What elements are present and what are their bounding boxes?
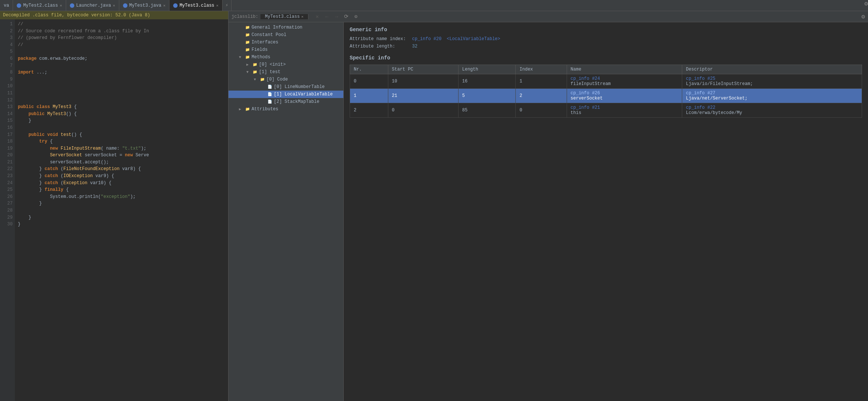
cell-nr: 0 xyxy=(350,74,388,89)
col-nr: Nr. xyxy=(350,65,388,74)
tree-item-lnt[interactable]: 📄 [0] LineNumberTable xyxy=(229,83,343,91)
tab-va-label: va xyxy=(4,3,9,8)
tree-arrow: ▼ xyxy=(246,70,251,74)
cell-start-pc: 21 xyxy=(388,89,458,103)
name-plain: this xyxy=(571,110,678,115)
tree-item-attributes[interactable]: ▶ 📁 Attributes xyxy=(229,105,343,113)
nav-refresh-button[interactable]: ⟳ xyxy=(343,13,350,20)
tree-item-label: [0] <init> xyxy=(259,62,286,67)
tab-launcher-label: Launcher.java xyxy=(76,3,111,8)
cell-length: 16 xyxy=(458,74,516,89)
tab-mytest2-close[interactable]: ✕ xyxy=(60,3,62,8)
tree-item-methods-test[interactable]: ▼ 📁 [1] test xyxy=(229,68,343,76)
main-area: Decompiled .class file, bytecode version… xyxy=(0,11,868,401)
folder-icon: 📁 xyxy=(245,107,250,112)
settings-icon[interactable]: ⚙ xyxy=(864,0,868,11)
col-length: Length xyxy=(458,65,516,74)
tab-mytest3-class-label: MyTest3.class xyxy=(179,3,214,8)
tab-mytest3-java-label: MyTest3.java xyxy=(129,3,161,8)
folder-icon: 📁 xyxy=(245,40,250,45)
decompile-banner: Decompiled .class file, bytecode version… xyxy=(0,11,228,19)
tab-mytest3-class[interactable]: MyTest3.class ✕ xyxy=(169,0,223,11)
tree-item-label: [0] Code xyxy=(266,77,288,82)
nav-home-button[interactable]: ⊙ xyxy=(352,13,360,20)
tree-arrow: ▶ xyxy=(239,107,243,111)
cell-index: 0 xyxy=(516,103,567,118)
tree-item-label: Interfaces xyxy=(252,40,278,45)
line-numbers: 12345 678910 1112131415 1617181920 21222… xyxy=(0,19,15,401)
cell-name: cp_info #26 serverSocket xyxy=(567,89,682,103)
tree-item-general[interactable]: 📁 General Information xyxy=(229,24,343,31)
cell-name: cp_info #24 fileInputStream xyxy=(567,74,682,89)
tree-item-smt[interactable]: 📄 [2] StackMapTable xyxy=(229,98,343,105)
attr-name-row: Attribute name index: cp_info #20 <Local… xyxy=(350,36,862,42)
tree-item-label: General Information xyxy=(252,25,302,30)
detail-panel: Generic info Attribute name index: cp_in… xyxy=(344,22,868,401)
code-pane: Decompiled .class file, bytecode version… xyxy=(0,11,229,401)
tab-group-icon: ⚡ xyxy=(223,0,231,11)
name-link[interactable]: cp_info #24 xyxy=(571,76,600,81)
tree-panel[interactable]: 📁 General Information 📁 Constant Pool 📁 … xyxy=(229,22,344,401)
tab-mytest2[interactable]: MyTest2.class ✕ xyxy=(13,0,66,11)
tree-item-label: Methods xyxy=(252,55,270,60)
folder-icon: 📁 xyxy=(252,62,258,67)
folder-icon: 📁 xyxy=(245,55,250,60)
tree-item-methods-init[interactable]: ▶ 📁 [0] <init> xyxy=(229,61,343,68)
col-name: Name xyxy=(567,65,682,74)
code-content[interactable]: 12345 678910 1112131415 1617181920 21222… xyxy=(0,19,228,401)
nav-prev-button[interactable]: ← xyxy=(323,13,331,20)
tree-item-lvt[interactable]: 📄 [1] LocalVariableTable xyxy=(229,91,343,98)
tab-launcher[interactable]: Launcher.java ✕ xyxy=(66,0,119,11)
attr-length-value: 32 xyxy=(412,44,417,49)
name-link[interactable]: cp_info #26 xyxy=(571,91,600,96)
folder-icon: 📁 xyxy=(245,25,250,30)
file-icon: 📄 xyxy=(267,92,272,97)
tab-launcher-close[interactable]: ✕ xyxy=(113,3,115,8)
table-row[interactable]: 0 10 16 1 cp_info #24 fileInputStream cp… xyxy=(350,74,862,89)
tab-mytest3-java[interactable]: MyTest3.java ✕ xyxy=(119,0,169,11)
nav-next-button[interactable]: → xyxy=(333,13,340,20)
cell-descriptor: cp_info #22 Lcom/erwa/bytecode/My xyxy=(682,103,862,118)
tree-item-label: [2] StackMapTable xyxy=(274,99,319,104)
jclasslib-title: jclasslib: xyxy=(231,14,258,19)
desc-link[interactable]: cp_info #22 xyxy=(686,105,715,110)
folder-icon: 📁 xyxy=(252,69,258,75)
cell-descriptor: cp_info #25 Ljava/io/FileInputStream; xyxy=(682,74,862,89)
desc-link[interactable]: cp_info #25 xyxy=(686,76,715,81)
attr-name-link[interactable]: cp_info #20 xyxy=(412,36,441,42)
local-var-table: Nr. Start PC Length Index Name Descripto… xyxy=(350,65,862,118)
tree-item-fields[interactable]: 📁 Fields xyxy=(229,46,343,53)
name-link[interactable]: cp_info #21 xyxy=(571,105,600,110)
tab-mytest3-java-close[interactable]: ✕ xyxy=(163,3,165,8)
col-descriptor: Descriptor xyxy=(682,65,862,74)
folder-icon: 📁 xyxy=(260,77,265,82)
tab-va[interactable]: va xyxy=(0,0,13,11)
tree-item-methods[interactable]: ▼ 📁 Methods xyxy=(229,53,343,61)
tab-mytest3-class-close[interactable]: ✕ xyxy=(216,3,218,8)
jclasslib-settings-icon[interactable]: ⚙ xyxy=(861,13,865,20)
tree-item-methods-test-code[interactable]: ▼ 📁 [0] Code xyxy=(229,76,343,83)
cell-index: 2 xyxy=(516,89,567,103)
table-row[interactable]: 2 0 85 0 cp_info #21 this cp_info #22 Lc… xyxy=(350,103,862,118)
tree-item-constant-pool[interactable]: 📁 Constant Pool xyxy=(229,31,343,39)
desc-link[interactable]: cp_info #27 xyxy=(686,91,715,96)
desc-plain: Ljava/io/FileInputStream; xyxy=(686,81,858,87)
folder-icon: 📁 xyxy=(245,32,250,38)
tab-launcher-icon xyxy=(70,3,74,8)
nav-back-button[interactable]: ✕ xyxy=(314,13,321,20)
generic-info-title: Generic info xyxy=(350,27,862,33)
desc-plain: Ljava/net/ServerSocket; xyxy=(686,96,858,101)
table-row[interactable]: 1 21 5 2 cp_info #26 serverSocket cp_inf… xyxy=(350,89,862,103)
cell-descriptor: cp_info #27 Ljava/net/ServerSocket; xyxy=(682,89,862,103)
folder-icon: 📁 xyxy=(245,47,250,52)
tree-arrow: ▼ xyxy=(254,78,258,82)
tree-item-label: Attributes xyxy=(252,107,278,112)
cell-start-pc: 0 xyxy=(388,103,458,118)
tree-item-interfaces[interactable]: 📁 Interfaces xyxy=(229,39,343,46)
tab-bar: va MyTest2.class ✕ Launcher.java ✕ MyTes… xyxy=(0,0,868,11)
jclasslib-tab-mytest3[interactable]: MyTest3.class ✕ xyxy=(260,14,308,19)
attr-length-label: Attribute length: xyxy=(350,44,409,49)
jclasslib-tab-close[interactable]: ✕ xyxy=(301,14,304,19)
code-editor[interactable]: // // Source code recreated from a .clas… xyxy=(15,19,228,401)
jclasslib-pane: jclasslib: MyTest3.class ✕ ✕ ← → ⟳ ⊙ ⚙ 📁 xyxy=(229,11,868,401)
